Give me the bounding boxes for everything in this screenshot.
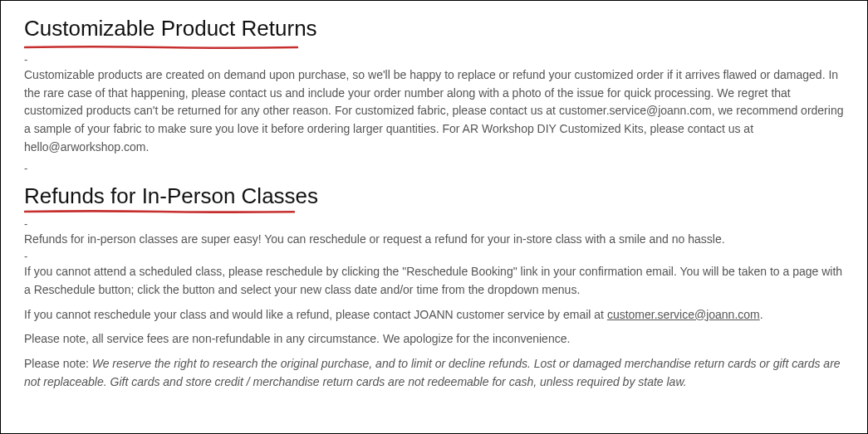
- text-disclaimer-pre: Please note:: [24, 357, 92, 370]
- para-refunds-reschedule: If you cannot attend a scheduled class, …: [24, 263, 844, 299]
- email-link-customer-service[interactable]: customer.service@joann.com: [607, 308, 760, 321]
- dash-marker: -: [24, 163, 844, 173]
- underline-annotation-2: [24, 209, 844, 213]
- underline-annotation-1: [24, 45, 844, 49]
- para-refunds-contact: If you cannot reschedule your class and …: [24, 306, 844, 324]
- text-contact-pre: If you cannot reschedule your class and …: [24, 308, 607, 321]
- text-contact-post: .: [760, 308, 763, 321]
- para-refunds-intro: Refunds for in-person classes are super …: [24, 231, 844, 249]
- heading-refunds-classes: Refunds for In-Person Classes: [24, 183, 318, 209]
- dash-marker: -: [24, 218, 844, 229]
- section-refunds-classes: Refunds for In-Person Classes - Refunds …: [24, 175, 844, 391]
- text-disclaimer-italic: We reserve the right to research the ori…: [24, 357, 841, 388]
- para-service-fees: Please note, all service fees are non-re…: [24, 330, 844, 349]
- dash-marker: -: [24, 54, 844, 65]
- para-customizable-body: Customizable products are created on dem…: [24, 66, 844, 156]
- policy-document: Customizable Product Returns - Customiza…: [0, 0, 868, 434]
- dash-marker: -: [24, 251, 844, 261]
- heading-customizable-returns: Customizable Product Returns: [24, 16, 317, 45]
- section-customizable-returns: Customizable Product Returns - Customiza…: [24, 16, 844, 173]
- para-disclaimer: Please note: We reserve the right to res…: [24, 355, 844, 391]
